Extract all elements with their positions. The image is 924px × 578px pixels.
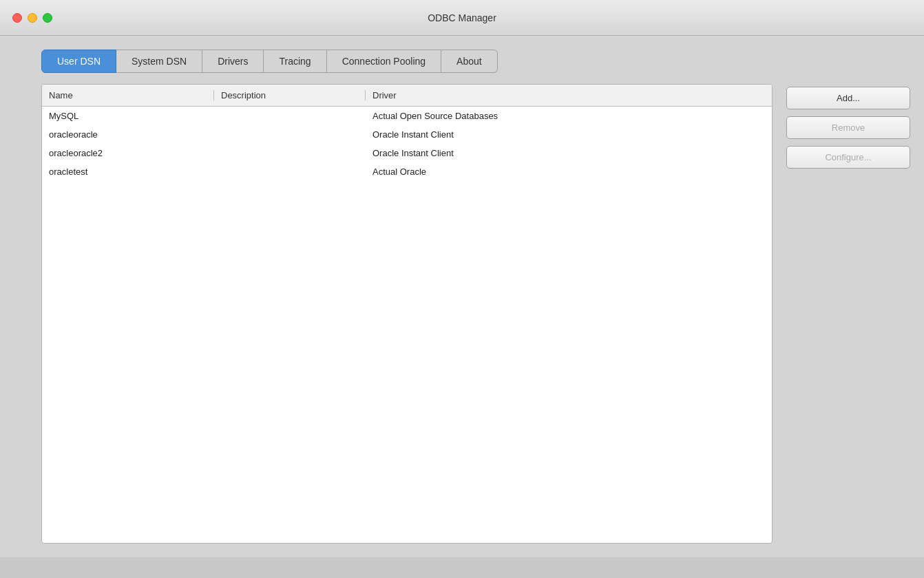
action-buttons: Add... Remove Configure... [786,84,910,544]
column-description-header: Description [214,90,366,100]
window-title: ODBC Manager [428,12,496,23]
table-body[interactable]: MySQLActual Open Source Databasesoracleo… [42,107,772,543]
bottom-bar [0,557,924,578]
tab-tracing[interactable]: Tracing [264,50,326,73]
table-row[interactable]: oracleoracle2Oracle Instant Client [42,144,772,162]
tab-bar: User DSN System DSN Drivers Tracing Conn… [41,50,910,73]
dsn-table: Name Description Driver MySQLActual Open… [41,84,773,544]
content-area: Name Description Driver MySQLActual Open… [41,84,910,544]
cell-description [214,148,366,158]
table-row[interactable]: oracletestActual Oracle [42,162,772,181]
column-driver-header: Driver [366,90,772,100]
table-header: Name Description Driver [42,85,772,107]
title-bar: ODBC Manager [0,0,924,36]
table-row[interactable]: MySQLActual Open Source Databases [42,107,772,125]
cell-driver: Oracle Instant Client [366,129,772,140]
configure-button[interactable]: Configure... [786,146,910,169]
close-button[interactable] [12,13,22,23]
tab-system-dsn[interactable]: System DSN [116,50,202,73]
cell-name: oracleoracle2 [42,148,214,158]
cell-name: oracletest [42,167,214,177]
remove-button[interactable]: Remove [786,116,910,139]
column-name-header: Name [42,90,214,100]
tab-drivers[interactable]: Drivers [202,50,264,73]
maximize-button[interactable] [43,13,52,23]
tab-user-dsn[interactable]: User DSN [41,50,116,73]
window-body: User DSN System DSN Drivers Tracing Conn… [0,36,924,557]
cell-name: MySQL [42,111,214,121]
tab-about[interactable]: About [441,50,498,73]
add-button[interactable]: Add... [786,87,910,109]
cell-description [214,129,366,140]
cell-description [214,167,366,177]
cell-description [214,111,366,121]
cell-driver: Actual Open Source Databases [366,111,772,121]
cell-name: oracleoracle [42,129,214,140]
cell-driver: Actual Oracle [366,167,772,177]
cell-driver: Oracle Instant Client [366,148,772,158]
window-controls[interactable] [12,13,52,23]
tab-connection-pooling[interactable]: Connection Pooling [327,50,441,73]
table-row[interactable]: oracleoracleOracle Instant Client [42,125,772,144]
minimize-button[interactable] [28,13,37,23]
